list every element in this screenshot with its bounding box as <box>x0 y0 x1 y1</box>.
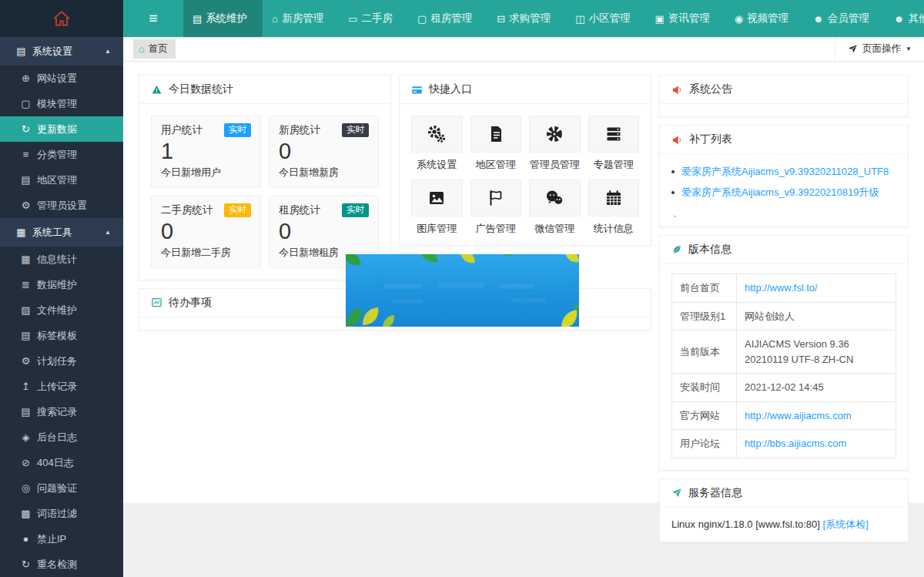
system-check-link[interactable]: [系统体检] <box>823 518 869 530</box>
nav-item-label: 资讯管理 <box>668 12 710 25</box>
patch-link[interactable]: 爱家房产系统Aijiacms_v9.39220210819升级 <box>681 182 879 203</box>
sidebar-item-label: 上传记录 <box>37 380 77 394</box>
sidebar-item-label: 系统工具 <box>32 226 72 240</box>
quick-entry-item[interactable]: 专题管理 <box>588 116 640 172</box>
quick-entry-item[interactable]: 地区管理 <box>470 116 522 172</box>
version-table-row: 用户论坛 http://bbs.aijiacms.com http://bbs.… <box>672 430 896 458</box>
sidebar-item-label: 后台日志 <box>37 431 77 444</box>
page-actions-dropdown[interactable]: 页面操作 ▼ <box>835 37 924 61</box>
nav-item[interactable]: ▣ 资讯管理 <box>645 0 725 37</box>
version-row-label: 前台首页 <box>672 274 737 303</box>
quick-entry-item[interactable]: 统计信息 <box>588 179 640 236</box>
server-info-body: Linux nginx/1.18.0 [www.fsl.to:80] [系统体检… <box>660 508 908 542</box>
hamburger-menu-icon[interactable]: ≡ <box>123 0 183 37</box>
nav-item[interactable]: ☻ 其他管理dmin ▼ <box>885 0 924 37</box>
sidebar-item-label: 更新数据 <box>37 122 77 136</box>
sidebar-item-label: 数据维护 <box>37 278 77 292</box>
sidebar-item[interactable]: ▢ 模块管理 <box>0 91 123 116</box>
quick-entry-item[interactable]: 微信管理 <box>529 179 581 236</box>
version-row-link[interactable]: http://bbs.aijiacms.com <box>745 438 846 449</box>
sidebar-item[interactable]: ↻ 重名检测 <box>0 552 123 577</box>
sidebar-item-label: 搜索记录 <box>37 405 77 419</box>
sidebar-item[interactable]: ≡ 分类管理 <box>0 142 123 167</box>
sidebar-item[interactable]: ≣ 数据维护 <box>0 272 123 297</box>
sidebar-item[interactable]: ⊘ 404日志 <box>0 450 123 475</box>
chevron-up-icon: ▲ <box>105 229 111 236</box>
app-logo[interactable] <box>0 0 123 37</box>
list-icon: ≡ <box>18 149 33 160</box>
sidebar-item-label: 重名检测 <box>37 558 77 572</box>
nav-item-label: 租房管理 <box>430 12 472 25</box>
quick-entry-item[interactable]: 广告管理 <box>470 179 522 236</box>
sidebar-item[interactable]: ▤ 标签模板 <box>0 323 123 348</box>
sidebar-item[interactable]: ▦ 信息统计 <box>0 247 123 272</box>
status-badge: 实时 <box>224 203 251 217</box>
patch-link[interactable]: 爱家房产系统Aijiacms_v9.39320211028_UTF8 <box>681 161 889 182</box>
card-title: 服务器信息 <box>688 486 742 500</box>
sidebar-item[interactable]: ⚙ 管理员设置 <box>0 193 123 218</box>
nav-item-label: 其他管理dmin <box>908 12 924 25</box>
refresh-icon: ↻ <box>18 123 33 135</box>
sidebar-item[interactable]: ⊕ 网站设置 <box>0 65 123 91</box>
document-icon <box>487 125 505 143</box>
quick-entry-item[interactable]: 系统设置 <box>411 116 463 172</box>
sidebar-item[interactable]: ▤ 搜索记录 <box>0 399 123 424</box>
version-row-link[interactable]: http://www.aijiacms.com <box>745 410 852 421</box>
quick-entry-item[interactable]: 图库管理 <box>411 179 463 236</box>
top-nav-items: ▤ 系统维护 ⌂ 新房管理 ▭ 二手房 ▢ 租房管理 <box>183 0 924 37</box>
sidebar-item[interactable]: ⚙ 计划任务 <box>0 348 123 374</box>
version-row-link[interactable]: http://www.fsl.to/ <box>745 282 818 294</box>
chat-icon: ▢ <box>417 13 427 25</box>
nav-item[interactable]: ◉ 视频管理 <box>725 0 804 37</box>
quick-entry-label: 图库管理 <box>411 222 463 236</box>
news-icon: ▣ <box>654 13 664 25</box>
card-title: 补丁列表 <box>689 133 732 146</box>
template-icon: ▤ <box>18 330 33 341</box>
nav-item[interactable]: ▤ 系统维护 <box>183 0 263 37</box>
version-table-row: 管理级别1 网站创始人 网站创始人 <box>672 302 896 330</box>
nav-item[interactable]: ◫ 小区管理 <box>566 0 645 37</box>
patch-list-item[interactable]: 爱家房产系统Aijiacms_v9.39320211028_UTF8 <box>671 161 896 182</box>
nav-item[interactable]: ▭ 二手房 <box>339 0 408 37</box>
sidebar-item-label: 管理员设置 <box>37 199 87 213</box>
card-header: 服务器信息 <box>660 479 908 508</box>
stat-box: 用户统计 实时 1 今日新增用户 <box>151 116 261 188</box>
stat-caption: 今日新增新房 <box>279 166 369 179</box>
megaphone-icon <box>671 84 683 96</box>
sidebar-item[interactable]: ▦ 系统工具 ▲ <box>0 218 123 247</box>
sidebar-item[interactable]: ◈ 后台日志 <box>0 424 123 450</box>
today-stats-card: 今日数据统计 用户统计 实时 1 今日新增用户 <box>139 75 391 280</box>
sidebar-item[interactable]: ↻ 更新数据 <box>0 116 123 142</box>
stat-value: 1 <box>161 138 251 165</box>
sidebar-item-label: 问题验证 <box>37 481 77 495</box>
window-icon: ⊟ <box>497 13 505 25</box>
stat-value: 0 <box>279 138 369 165</box>
sidebar-item[interactable]: ↥ 上传记录 <box>0 374 123 399</box>
nav-item[interactable]: ⊟ 求购管理 <box>487 0 566 37</box>
patch-list-item[interactable]: 爱家房产系统Aijiacms_v9.39220210819升级 <box>671 182 896 203</box>
announcement-empty-body <box>660 104 908 116</box>
page-actions-label: 页面操作 <box>862 42 901 55</box>
nav-item[interactable]: ⌂ 新房管理 <box>263 0 339 37</box>
quick-entry-grid: 系统设置 地区管理 <box>400 104 651 245</box>
sidebar-item[interactable]: ◎ 问题验证 <box>0 475 123 501</box>
sidebar-item[interactable]: ● 禁止IP <box>0 526 123 552</box>
sidebar-item[interactable]: ▤ 系统设置 ▲ <box>0 37 123 65</box>
sidebar-item[interactable]: ▩ 词语过滤 <box>0 501 123 526</box>
bullet-icon <box>671 191 675 194</box>
quick-entry-item[interactable]: 管理员管理 <box>529 116 581 172</box>
card-header: 快捷入口 <box>400 75 651 104</box>
flag-icon <box>487 189 505 207</box>
version-row-label: 安装时间 <box>672 374 737 402</box>
sidebar-item[interactable]: ▤ 地区管理 <box>0 167 123 193</box>
version-row-value: 2021-12-02 14:45 <box>745 381 824 393</box>
leaf-icon <box>671 244 682 255</box>
nav-item[interactable]: ▢ 租房管理 <box>408 0 487 37</box>
nav-item[interactable]: ☻ 会员管理 <box>804 0 885 37</box>
breadcrumb-home-tab[interactable]: ⌂ 首页 <box>133 39 176 59</box>
sidebar-item[interactable]: ▨ 文件维护 <box>0 297 123 323</box>
nav-item-label: 新房管理 <box>282 12 323 25</box>
credit-card-icon <box>411 84 423 96</box>
gears-icon <box>427 125 446 143</box>
version-table-row: 前台首页 http://www.fsl.to/ http://www.fsl.t… <box>672 274 896 303</box>
